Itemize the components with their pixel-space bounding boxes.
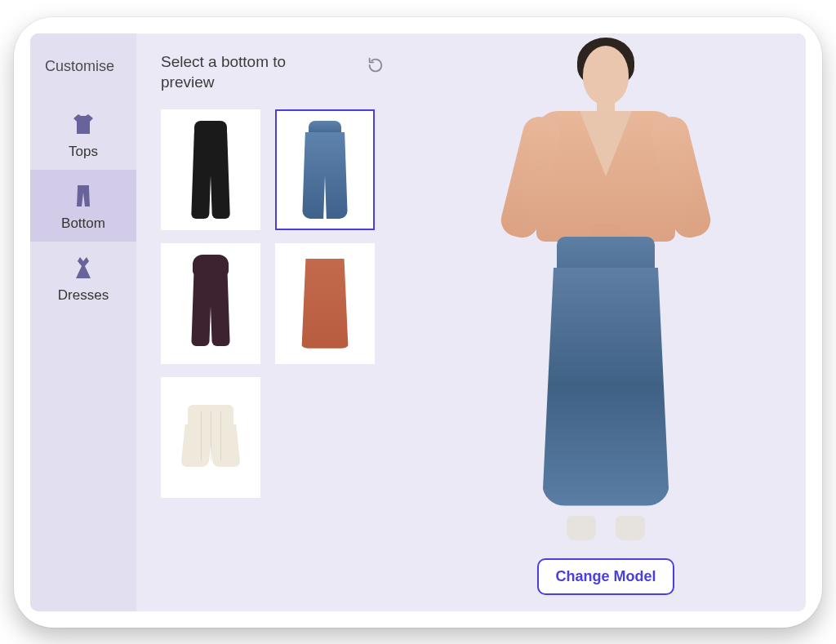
sidebar-item-label: Bottom (61, 215, 105, 232)
thumbnail-beige-shorts (178, 405, 243, 470)
tablet-frame: Customise Tops Bottom Dresses (14, 17, 822, 628)
model-stage (406, 38, 806, 558)
sidebar-item-bottom[interactable]: Bottom (30, 170, 136, 242)
tops-icon (69, 109, 98, 139)
sidebar-item-dresses[interactable]: Dresses (30, 242, 136, 313)
sidebar-item-label: Tops (69, 144, 98, 160)
sidebar-item-tops[interactable]: Tops (30, 98, 136, 170)
reset-icon (367, 56, 385, 74)
app-screen: Customise Tops Bottom Dresses (30, 33, 806, 611)
item-blue-jeans[interactable] (275, 109, 375, 230)
model-figure (500, 38, 712, 544)
selection-title: Select a bottom to preview (161, 51, 308, 93)
sidebar: Customise Tops Bottom Dresses (30, 33, 136, 611)
change-model-button[interactable]: Change Model (537, 558, 674, 595)
sidebar-item-label: Dresses (58, 287, 109, 304)
thumbnail-black-trousers (186, 121, 235, 219)
item-beige-shorts[interactable] (161, 377, 260, 498)
thumbnail-blue-jeans (300, 121, 349, 219)
thumbnail-plum-trousers (186, 255, 235, 353)
model-bottom (540, 237, 671, 506)
bottom-icon (69, 181, 98, 211)
item-rust-skirt[interactable] (275, 243, 375, 364)
selection-header: Select a bottom to preview (161, 51, 389, 93)
item-grid (161, 109, 389, 498)
dresses-icon (69, 253, 98, 282)
item-plum-trousers[interactable] (161, 243, 260, 364)
reset-button[interactable] (362, 51, 389, 82)
selection-panel: Select a bottom to preview (136, 33, 406, 611)
item-black-trousers[interactable] (161, 109, 260, 230)
thumbnail-rust-skirt (300, 259, 350, 349)
preview-panel: Change Model (406, 33, 806, 611)
sidebar-title: Customise (30, 48, 136, 98)
